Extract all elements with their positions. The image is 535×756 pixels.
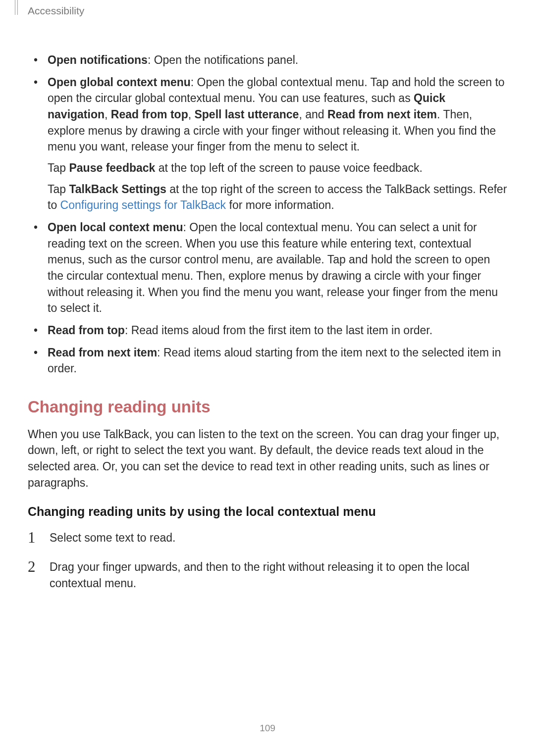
bullet-bold: Read from top	[48, 324, 125, 337]
sub-text: for more information.	[226, 199, 334, 211]
bullet-read-from-top: Read from top: Read items aloud from the…	[48, 322, 507, 339]
bullet-open-notifications: Open notifications: Open the notificatio…	[48, 52, 507, 68]
bullet-text: ,	[105, 108, 111, 121]
subheading-local-contextual-menu: Changing reading units by using the loca…	[28, 504, 507, 519]
bullet-open-local-context-menu: Open local context menu: Open the local …	[48, 219, 507, 316]
bullet-rest: : Open the local contextual menu. You ca…	[48, 221, 498, 314]
step-number: 1	[28, 527, 36, 549]
sub-bold: TalkBack Settings	[69, 183, 166, 196]
content-area: Open notifications: Open the notificatio…	[28, 52, 507, 604]
sub-bold: Pause feedback	[69, 161, 155, 174]
header-marker	[15, 0, 18, 15]
header-section-label: Accessibility	[28, 5, 84, 17]
sub-text: at the top left of the screen to pause v…	[155, 161, 423, 174]
heading-changing-reading-units: Changing reading units	[28, 398, 507, 416]
sub-paragraph-pause-feedback: Tap Pause feedback at the top left of th…	[48, 160, 507, 176]
bullet-read-from-next-item: Read from next item: Read items aloud st…	[48, 345, 507, 377]
bullet-rest: : Read items aloud from the first item t…	[125, 324, 432, 337]
bullet-text: , and	[299, 108, 327, 121]
step-text: Select some text to read.	[50, 531, 175, 544]
bullet-open-global-context-menu: Open global context menu: Open the globa…	[48, 74, 507, 213]
bullet-list: Open notifications: Open the notificatio…	[28, 52, 507, 377]
step-2: 2 Drag your finger upwards, and then to …	[28, 559, 507, 591]
step-number: 2	[28, 556, 36, 578]
step-text: Drag your finger upwards, and then to th…	[50, 560, 470, 590]
bullet-text: ,	[188, 108, 195, 121]
sub-text: Tap	[48, 161, 69, 174]
sub-paragraph-talkback-settings: Tap TalkBack Settings at the top right o…	[48, 181, 507, 213]
bullet-rest: : Open the notifications panel.	[148, 53, 298, 66]
bullet-bold: Open notifications	[48, 53, 148, 66]
paragraph-reading-units-intro: When you use TalkBack, you can listen to…	[28, 426, 507, 491]
sub-text: Tap	[48, 183, 69, 196]
bullet-bold: Open local context menu	[48, 221, 183, 234]
step-1: 1 Select some text to read.	[28, 530, 507, 546]
bullet-bold-inline: Read from top	[111, 108, 188, 121]
steps-list: 1 Select some text to read. 2 Drag your …	[28, 530, 507, 591]
link-configuring-talkback[interactable]: Configuring settings for TalkBack	[60, 199, 226, 211]
bullet-bold: Read from next item	[48, 346, 157, 359]
bullet-bold-inline: Spell last utterance	[194, 108, 299, 121]
bullet-bold: Open global context menu	[48, 76, 191, 89]
bullet-bold-inline: Read from next item	[327, 108, 437, 121]
page-number: 109	[0, 723, 535, 734]
